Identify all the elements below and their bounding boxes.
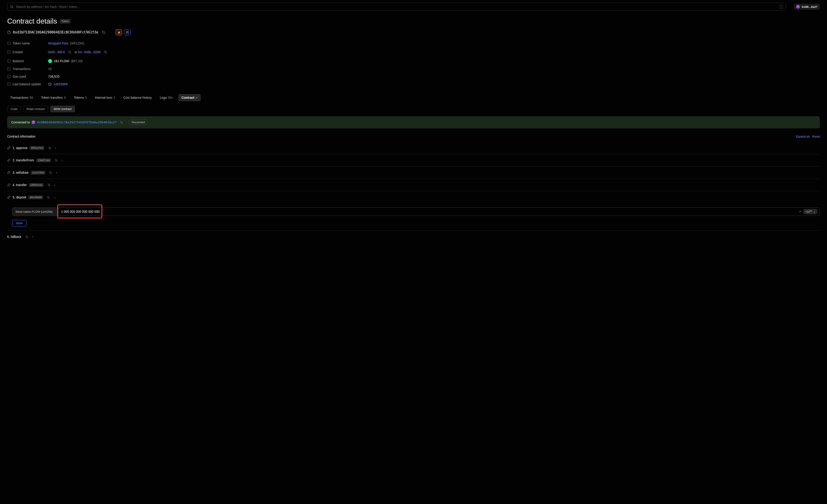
creator-link[interactable]: 0x65...66Fd bbox=[48, 50, 65, 54]
svg-rect-14 bbox=[50, 172, 52, 174]
copy-sig-button[interactable] bbox=[47, 145, 53, 151]
account-button[interactable]: 0x0B...6e27 bbox=[794, 4, 820, 10]
avatar bbox=[32, 120, 35, 124]
svg-rect-6 bbox=[128, 33, 128, 33]
verified-check-icon: ✔ bbox=[196, 96, 198, 99]
link-icon bbox=[7, 159, 10, 162]
flow-token-icon bbox=[48, 59, 52, 63]
deposit-amount-input[interactable] bbox=[61, 208, 799, 216]
method-sig: a9059cbb bbox=[29, 183, 44, 187]
gas-used-value: 716,570 bbox=[48, 75, 59, 78]
label-last-update: Last balance update bbox=[12, 82, 41, 86]
copy-sig-button[interactable] bbox=[53, 157, 59, 163]
copy-sig-button[interactable] bbox=[46, 182, 52, 188]
tab-internal-txns[interactable]: Internal txns 1 bbox=[92, 94, 118, 101]
subtab-read-contract[interactable]: Read contract bbox=[23, 106, 48, 112]
copy-creator-button[interactable] bbox=[66, 49, 73, 55]
svg-rect-5 bbox=[126, 33, 127, 34]
svg-rect-12 bbox=[49, 148, 51, 149]
copy-icon bbox=[120, 121, 123, 124]
copy-connected-address-button[interactable] bbox=[118, 119, 125, 125]
info-icon: i bbox=[7, 75, 10, 78]
link-icon bbox=[7, 171, 10, 174]
chevron-down-icon: ⌄ bbox=[54, 196, 56, 199]
page-title: Contract details bbox=[7, 17, 57, 25]
token-symbol: (WFLOW) bbox=[70, 42, 84, 45]
link-icon bbox=[7, 146, 10, 150]
svg-point-0 bbox=[11, 6, 13, 8]
method-row-transferfrom[interactable]: 2. transferFrom 23b872dd › bbox=[7, 154, 820, 167]
transactions-count-link[interactable]: 19 bbox=[48, 67, 52, 71]
contract-address: 0xd3bF53DAC106A0290B0483EcBC89d40FcC961f… bbox=[13, 30, 98, 34]
qr-icon bbox=[126, 31, 129, 34]
copy-icon bbox=[48, 184, 50, 186]
connected-to-label: Connected to bbox=[11, 120, 30, 124]
copy-sig-button[interactable] bbox=[45, 194, 52, 200]
tab-transactions[interactable]: Transactions 50 bbox=[7, 94, 36, 101]
expand-all-link[interactable]: Expand all bbox=[796, 135, 810, 138]
method-sig: 23b872dd bbox=[36, 158, 51, 162]
copy-sig-button[interactable] bbox=[48, 170, 54, 175]
label-balance: Balance bbox=[12, 59, 24, 63]
method-row-approve[interactable]: 1. approve 095ea7b3 › bbox=[7, 142, 820, 154]
creator-txn-link[interactable]: 0x6b...6299 bbox=[84, 50, 100, 54]
svg-rect-16 bbox=[48, 197, 49, 199]
method-row-deposit[interactable]: 5. deposit d0e30db0 ⌄ bbox=[7, 191, 820, 203]
copy-sig-button[interactable] bbox=[23, 234, 30, 240]
copy-icon bbox=[49, 147, 51, 149]
chevron-right-icon: › bbox=[56, 171, 57, 174]
subtab-code[interactable]: Code bbox=[7, 106, 21, 112]
search-icon bbox=[10, 5, 14, 8]
creator-txn-prefix: at txn bbox=[75, 50, 82, 54]
label-creator: Creator bbox=[12, 50, 23, 54]
chevron-right-icon: › bbox=[62, 159, 63, 162]
method-row-withdraw[interactable]: 3. withdraw 2e1a7d4d › bbox=[7, 167, 820, 179]
svg-rect-8 bbox=[69, 52, 71, 53]
tab-token-transfers[interactable]: Token transfers 0 bbox=[38, 94, 69, 101]
svg-rect-13 bbox=[56, 160, 57, 161]
link-icon bbox=[7, 196, 10, 199]
balance-amount: 161 FLOW bbox=[54, 59, 69, 63]
tab-tokens[interactable]: Tokens 0 bbox=[71, 94, 90, 101]
clear-input-button[interactable]: ✕ bbox=[799, 210, 801, 213]
method-row-fallback[interactable]: 6. fallback › bbox=[7, 231, 820, 243]
search-input[interactable] bbox=[16, 5, 777, 8]
svg-rect-11 bbox=[121, 122, 123, 124]
tab-logs[interactable]: Logs 50+ bbox=[157, 94, 177, 101]
svg-rect-7 bbox=[128, 33, 129, 34]
token-badge: Token bbox=[60, 19, 70, 23]
copy-txn-button[interactable] bbox=[102, 49, 108, 55]
copy-icon bbox=[55, 159, 57, 162]
label-gas-used: Gas used bbox=[12, 75, 26, 78]
subtab-write-contract[interactable]: Write contract bbox=[50, 106, 75, 112]
token-name-link[interactable]: Wrapped Flow bbox=[48, 42, 68, 45]
copy-icon bbox=[104, 51, 107, 53]
metamask-button[interactable] bbox=[116, 30, 122, 35]
reset-link[interactable]: Reset bbox=[812, 135, 820, 138]
contract-icon bbox=[7, 31, 11, 34]
label-transactions: Transactions bbox=[12, 67, 31, 71]
svg-line-1 bbox=[12, 7, 13, 8]
info-icon: i bbox=[7, 51, 10, 54]
copy-icon bbox=[102, 31, 105, 34]
qr-button[interactable] bbox=[124, 30, 131, 35]
disconnect-button[interactable]: Disconnect bbox=[129, 120, 148, 125]
link-icon bbox=[7, 183, 10, 186]
method-sig: 095ea7b3 bbox=[30, 146, 44, 150]
tab-contract[interactable]: Contract✔ bbox=[178, 94, 201, 101]
search-bar[interactable]: / bbox=[7, 3, 786, 11]
multiplier-selector[interactable]: ×1018 ⌄ bbox=[804, 209, 817, 214]
connected-address-link[interactable]: 0x0B8EA6d6983cCBa39275493FEf648a2D64B36e… bbox=[37, 120, 116, 124]
write-button[interactable]: Write bbox=[12, 220, 27, 226]
connection-bar: Connected to 0x0B8EA6d6983cCBa39275493FE… bbox=[7, 116, 820, 128]
metamask-icon bbox=[117, 31, 120, 34]
method-row-transfer[interactable]: 4. transfer a9059cbb › bbox=[7, 179, 820, 191]
svg-rect-15 bbox=[49, 185, 50, 186]
tab-coin-balance-history[interactable]: Coin balance history bbox=[120, 94, 155, 101]
block-icon bbox=[48, 82, 52, 86]
last-update-block-link[interactable]: 14829968 bbox=[53, 82, 67, 86]
copy-icon bbox=[47, 196, 50, 199]
chevron-right-icon: › bbox=[54, 183, 55, 186]
copy-address-button[interactable] bbox=[100, 30, 107, 35]
chevron-right-icon: › bbox=[32, 235, 33, 238]
